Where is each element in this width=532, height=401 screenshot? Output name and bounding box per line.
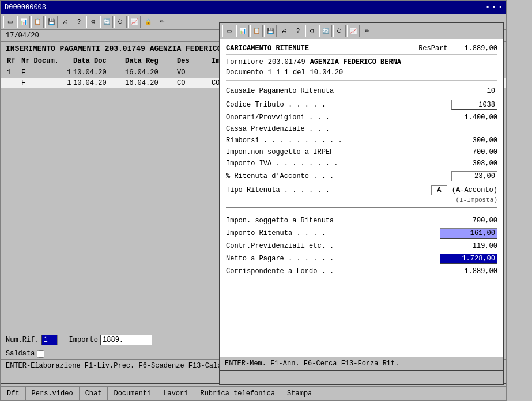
importo-field: Importo	[69, 335, 152, 345]
dialog-toolbar: ▭ 📊 📋 💾 🖨 ? ⚙ 🔄 ⏱ 📈 ✏	[220, 23, 503, 39]
row2-datadoc: 10.04.20	[72, 78, 124, 88]
col-datadoc: Data Doc	[72, 56, 124, 66]
tipo-ritenuta-suffix: (A-Acconto)	[452, 186, 497, 194]
tab-documenti[interactable]: Documenti	[108, 387, 157, 400]
dialog-content: CARICAMENTO RITENUTE ResPart 1.889,00 Fo…	[220, 39, 503, 281]
tab-persvideo[interactable]: Pers.video	[26, 387, 80, 400]
ritenuta-acconto-input[interactable]	[451, 171, 497, 181]
dialog-header-title: CARICAMENTO RITENUTE	[226, 44, 309, 52]
row-contr-prev: Contr.Previdenziali etc. . 119,00	[226, 240, 497, 252]
importo-ritenuta-input[interactable]	[440, 228, 497, 239]
tab-lavori[interactable]: Lavori	[157, 387, 194, 400]
tipo-ritenuta-input[interactable]	[431, 185, 447, 195]
row-corrispondente: Corrispondente a Lordo . . 1.889,00	[226, 266, 497, 277]
dialog-btn-11[interactable]: ✏	[361, 25, 373, 37]
fornitore-nome: AGENZIA FEDERICO BERNA	[310, 58, 401, 66]
row2-rf	[6, 78, 20, 88]
saldata-checkbox[interactable]	[37, 350, 44, 358]
row2-type: F 1	[20, 78, 72, 88]
dialog-btn-7[interactable]: ⚙	[305, 25, 318, 37]
current-date: 17/04/20	[6, 32, 39, 40]
dialog-btn-1[interactable]: ▭	[222, 25, 235, 37]
toolbar-btn-8[interactable]: 🔄	[100, 16, 113, 28]
bottom-form: Num.Rif. Importo	[6, 335, 152, 345]
main-window-title: D000000003	[5, 3, 46, 12]
dialog-btn-8[interactable]: 🔄	[319, 25, 332, 37]
saldata-field: Saldata	[6, 350, 44, 358]
tab-rubrica[interactable]: Rubrica telefonica	[194, 387, 281, 400]
numrif-field: Num.Rif.	[6, 335, 58, 345]
numrif-label: Num.Rif.	[6, 336, 39, 344]
numrif-input[interactable]	[41, 335, 58, 345]
impon-non-value: 700,00	[473, 148, 497, 156]
contr-prev-value: 119,00	[473, 242, 497, 250]
row2-datareg: 16.04.20	[124, 78, 176, 88]
toolbar-btn-10[interactable]: 📈	[128, 16, 141, 28]
row-onorari: Onorari/Provvigioni . . . 1.400,00	[226, 112, 497, 123]
col-datareg: Data Reg	[124, 56, 176, 66]
row1-rf: 1	[6, 68, 20, 77]
toolbar-btn-4[interactable]: 💾	[45, 16, 58, 28]
dialog-header-right: ResPart 1.889,00	[418, 44, 497, 52]
dialog-btn-4[interactable]: 💾	[264, 25, 277, 37]
toolbar-btn-7[interactable]: ⚙	[86, 16, 99, 28]
codice-tributo-input[interactable]	[451, 100, 497, 110]
row2-des: CO	[176, 78, 210, 88]
main-title-bar: D000000003 ▪ ▪ ▪	[1, 1, 506, 14]
toolbar-btn-12[interactable]: ✏	[156, 16, 168, 28]
dialog-btn-3[interactable]: 📋	[250, 25, 263, 37]
dialog-window: ▭ 📊 📋 💾 🖨 ? ⚙ 🔄 ⏱ 📈 ✏ CARICAMENTO RITENU…	[219, 22, 504, 385]
row-codice-tributo: Codice Tributo . . . . .	[226, 98, 497, 112]
toolbar-btn-1[interactable]: ▭	[3, 16, 16, 28]
row-impon-soggetto: Impon. soggetto a Ritenuta 700,00	[226, 215, 497, 226]
tipo-ritenuta-note: (I-Imposta)	[446, 196, 497, 203]
saldata-label: Saldata	[6, 350, 35, 358]
toolbar-btn-9[interactable]: ⏱	[114, 16, 127, 28]
col-nrdocum: Nr Docum.	[20, 56, 72, 66]
tab-stampa[interactable]: Stampa	[281, 387, 318, 400]
row-causale: Causale Pagamento Ritenuta	[226, 84, 497, 98]
importo-label: Importo	[69, 336, 98, 344]
row-importo-iva: Importo IVA . . . . . . . . 308,00	[226, 158, 497, 169]
rimborsi-value: 300,00	[473, 137, 497, 145]
fornitore-label: Fornitore	[226, 58, 263, 66]
main-tab-bar: Dft Pers.video Chat Documenti Lavori Rub…	[1, 386, 506, 400]
bottom-toolbar-text: ENTER-Elaborazione F1-Liv.Prec. F6-Scade…	[6, 362, 255, 370]
dialog-btn-6[interactable]: ?	[292, 25, 304, 37]
toolbar-btn-6[interactable]: ?	[73, 16, 85, 28]
corrispondente-value: 1.889,00	[464, 267, 497, 275]
row-rimborsi: Rimborsi . . . . . . . . . . 300,00	[226, 135, 497, 146]
tab-chat[interactable]: Chat	[80, 387, 108, 400]
onorari-value: 1.400,00	[464, 114, 497, 122]
title-bar-icons: ▪ ▪ ▪	[485, 3, 503, 12]
dialog-header-value: 1.889,00	[464, 44, 497, 52]
netto-pagare-input[interactable]	[440, 254, 497, 264]
toolbar-btn-5[interactable]: 🖨	[59, 16, 71, 28]
row-tipo-ritenuta: Tipo Ritenuta . . . . . . (A-Acconto)	[226, 183, 497, 197]
row-importo-ritenuta: Importo Ritenuta . . . .	[226, 226, 497, 240]
toolbar-btn-11[interactable]: 🔒	[142, 16, 154, 28]
row1-datareg: 16.04.20	[124, 68, 176, 77]
col-des: Des	[176, 56, 210, 66]
toolbar-btn-3[interactable]: 📋	[31, 16, 44, 28]
tab-dft[interactable]: Dft	[1, 387, 26, 400]
dialog-btn-5[interactable]: 🖨	[278, 25, 290, 37]
causale-input[interactable]	[463, 86, 497, 96]
dialog-status-bar	[220, 370, 503, 384]
dialog-btn-2[interactable]: 📊	[236, 25, 249, 37]
importo-input[interactable]	[100, 335, 152, 345]
row1-des: VO	[176, 68, 210, 77]
documento-date: 10.04.20	[310, 69, 344, 77]
row1-datadoc: 10.04.20	[72, 68, 124, 77]
fornitore-code: 203.01749	[268, 58, 305, 66]
dialog-bottom-toolbar: ENTER-Mem. F1-Ann. F6-Cerca F13-Forza Ri…	[220, 357, 503, 370]
importo-iva-value: 308,00	[473, 160, 497, 168]
dialog-btn-10[interactable]: 📈	[347, 25, 360, 37]
toolbar-btn-2[interactable]: 📊	[17, 16, 30, 28]
row-netto-pagare: Netto a Pagare . . . . . .	[226, 252, 497, 266]
documento-label: Documento	[226, 69, 263, 77]
dialog-btn-9[interactable]: ⏱	[333, 25, 346, 37]
row-ritenuta-acconto: % Ritenuta d'Acconto . . .	[226, 169, 497, 183]
documento-values: 1 1 1 del	[268, 69, 305, 77]
impon-soggetto-value: 700,00	[473, 217, 497, 225]
